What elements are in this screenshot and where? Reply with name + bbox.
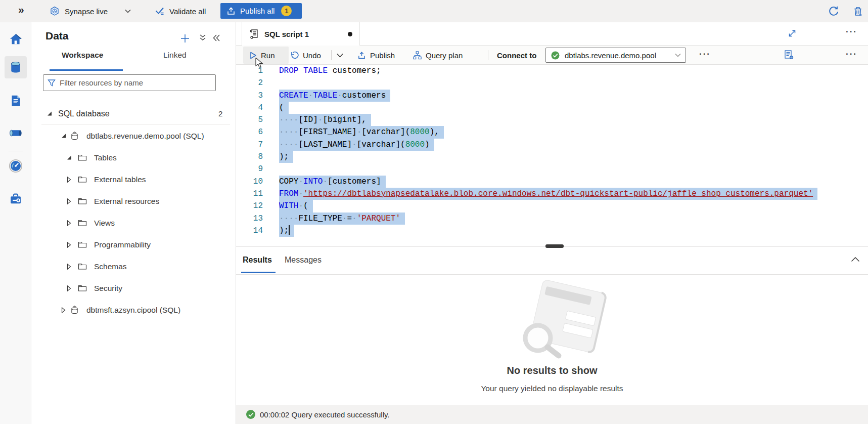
- publish-all-button[interactable]: Publish all 1: [220, 3, 302, 19]
- sql-pool-icon: [70, 132, 79, 141]
- folder-icon: [78, 197, 87, 206]
- tree-item-sql-database[interactable]: SQL database 2: [31, 103, 236, 124]
- expand-editor-icon[interactable]: [787, 28, 798, 39]
- tab-linked[interactable]: Linked: [163, 51, 187, 69]
- filter-resources-input[interactable]: [60, 78, 211, 87]
- tree-item-external-tables[interactable]: External tables: [31, 168, 236, 190]
- run-options-chevron[interactable]: [337, 46, 343, 65]
- tree-item-dbtlabs-revenue-demo-pool-sql[interactable]: dbtlabs.revenue.demo.pool (SQL): [31, 125, 236, 147]
- gauge-icon: [9, 159, 23, 173]
- run-button[interactable]: Run: [243, 47, 289, 64]
- rail-divider: [9, 151, 23, 151]
- dropdown-chevron-icon: [675, 53, 681, 57]
- tab-messages[interactable]: Messages: [285, 256, 322, 265]
- code-text: ····[FIRST_NAME]·[varchar](8000),: [279, 126, 444, 138]
- rail-item-manage[interactable]: [5, 188, 27, 210]
- add-resource-button[interactable]: [179, 33, 191, 44]
- chevron-collapsed-icon[interactable]: [66, 220, 72, 226]
- expand-menu-icon[interactable]: »: [18, 4, 24, 16]
- tab-sql-script-1[interactable]: SQL script 1: [242, 22, 360, 46]
- sql-code-editor[interactable]: 1DROP TABLE customers;23CREATE·TABLE·cus…: [236, 65, 868, 245]
- tree-item-programmability[interactable]: Programmability: [31, 234, 236, 256]
- undo-button[interactable]: Undo: [290, 46, 321, 65]
- rail-item-develop[interactable]: [5, 90, 27, 112]
- pipeline-icon: [9, 126, 23, 140]
- code-text: CREATE·TABLE·customers: [279, 90, 390, 102]
- chevron-collapsed-icon[interactable]: [66, 285, 72, 291]
- publish-button[interactable]: Publish: [357, 46, 395, 65]
- rail-item-home[interactable]: [5, 28, 27, 51]
- collapse-all-icon[interactable]: [198, 33, 209, 44]
- chevron-expanded-icon[interactable]: [60, 133, 66, 139]
- tree-item-tables[interactable]: Tables: [31, 147, 236, 168]
- filter-resources-box: [43, 74, 216, 91]
- chevron-collapsed-icon[interactable]: [66, 242, 72, 248]
- chevron-expanded-icon[interactable]: [66, 155, 72, 161]
- database-icon: [9, 60, 23, 74]
- tree-item-label: SQL database: [58, 109, 110, 118]
- code-line-11[interactable]: 11FROM·'https://dbtlabsynapsedatalake.bl…: [236, 188, 868, 200]
- code-line-14[interactable]: 14);: [236, 225, 868, 237]
- chevron-collapsed-icon[interactable]: [66, 264, 72, 270]
- undo-label: Undo: [303, 51, 321, 60]
- line-number: 6: [236, 126, 263, 138]
- tree-item-views[interactable]: Views: [31, 212, 236, 234]
- no-results-illustration: [236, 278, 868, 364]
- chevron-collapsed-icon[interactable]: [66, 198, 72, 204]
- trash-icon[interactable]: [852, 6, 863, 17]
- tree-item-label: External tables: [94, 175, 146, 184]
- rail-item-monitor[interactable]: [5, 155, 27, 177]
- splitter-drag-handle[interactable]: [545, 244, 564, 248]
- tab-workspace[interactable]: Workspace: [62, 51, 103, 69]
- publish-upload-icon: [357, 51, 366, 60]
- folder-icon: [78, 175, 87, 184]
- code-text: );: [279, 225, 294, 237]
- refresh-icon[interactable]: [828, 6, 839, 17]
- code-line-1[interactable]: 1DROP TABLE customers;: [236, 65, 868, 77]
- tree-item-schemas[interactable]: Schemas: [31, 256, 236, 277]
- line-number: 5: [236, 114, 263, 126]
- code-line-9[interactable]: 9: [236, 163, 868, 175]
- publish-all-label: Publish all: [240, 7, 275, 15]
- code-line-5[interactable]: 5····[ID]·[bigint],: [236, 114, 868, 126]
- code-line-2[interactable]: 2: [236, 77, 868, 89]
- collapse-results-icon[interactable]: [851, 257, 861, 267]
- code-text: ····[LAST_NAME]·[varchar](8000): [279, 139, 434, 151]
- tree-item-dbtmsft-azsyn-cipool-sql[interactable]: dbtmsft.azsyn.cipool (SQL): [31, 299, 236, 321]
- undo-icon: [290, 51, 299, 60]
- tree-items: dbtlabs.revenue.demo.pool (SQL)TablesExt…: [31, 125, 236, 321]
- code-line-3[interactable]: 3CREATE·TABLE·customers: [236, 90, 868, 102]
- more-commands-icon[interactable]: ···: [699, 49, 711, 59]
- connect-to-label: Connect to: [497, 46, 536, 65]
- line-number: 3: [236, 90, 263, 102]
- code-line-4[interactable]: 4(: [236, 102, 868, 114]
- line-number: 7: [236, 139, 263, 151]
- connect-to-dropdown[interactable]: dbtlabs.revenue.demo.pool: [545, 48, 686, 63]
- code-line-12[interactable]: 12WITH·(: [236, 200, 868, 212]
- code-text: DROP TABLE customers;: [279, 65, 381, 77]
- connected-check-icon: [551, 51, 560, 60]
- document-icon: [9, 94, 22, 107]
- code-line-13[interactable]: 13····FILE_TYPE·=·'PARQUET': [236, 213, 868, 225]
- tab-results[interactable]: Results: [243, 256, 272, 265]
- rail-item-integrate[interactable]: [5, 122, 27, 144]
- code-line-6[interactable]: 6····[FIRST_NAME]·[varchar](8000),: [236, 126, 868, 138]
- properties-icon[interactable]: [784, 50, 795, 61]
- chevron-collapsed-icon[interactable]: [66, 177, 72, 183]
- code-line-7[interactable]: 7····[LAST_NAME]·[varchar](8000): [236, 139, 868, 151]
- chevron-expanded-icon[interactable]: [46, 111, 52, 117]
- code-line-10[interactable]: 10COPY·INTO·[customers]: [236, 176, 868, 188]
- tree-item-security[interactable]: Security: [31, 277, 236, 299]
- tree-item-external-resources[interactable]: External resources: [31, 190, 236, 212]
- more-actions-icon[interactable]: ···: [846, 27, 857, 37]
- synapse-live-selector[interactable]: Synapse live: [50, 0, 131, 22]
- chevron-collapsed-icon[interactable]: [60, 307, 66, 313]
- query-plan-button[interactable]: Query plan: [413, 46, 463, 65]
- more-toolbar-icon[interactable]: ···: [846, 49, 857, 59]
- code-lines: 1DROP TABLE customers;23CREATE·TABLE·cus…: [236, 65, 868, 237]
- validate-all-button[interactable]: Validate all: [155, 0, 206, 22]
- collapse-panel-icon[interactable]: [211, 33, 222, 44]
- code-line-8[interactable]: 8);: [236, 151, 868, 163]
- document-tab-title: SQL script 1: [264, 30, 342, 38]
- rail-item-data[interactable]: [5, 56, 27, 78]
